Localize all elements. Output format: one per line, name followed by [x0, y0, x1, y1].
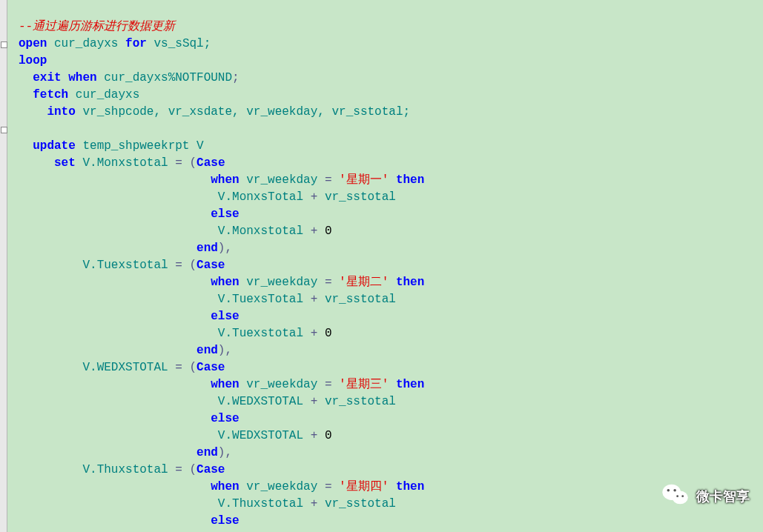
id-target-tue: V.Tuexstotal [82, 259, 168, 272]
kw-exit: exit [33, 71, 61, 84]
kw-end: end [196, 446, 218, 459]
kw-set: set [54, 156, 76, 170]
paren-open: ( [189, 156, 196, 170]
semicolon: ; [232, 71, 240, 84]
id-weekday: vr_weekday [246, 480, 317, 493]
id-target-thu: V.Thuxstotal [82, 463, 168, 476]
code-gutter [0, 0, 7, 532]
id-table: temp_shpweekrpt V [82, 139, 203, 153]
kw-when: when [211, 276, 239, 289]
op-eq: = [168, 259, 190, 272]
num-zero: 0 [325, 225, 332, 238]
kw-when: when [211, 378, 239, 391]
svg-point-2 [667, 489, 670, 492]
kw-else: else [211, 412, 239, 425]
paren-open: ( [189, 259, 196, 272]
id-total: V.TuexsTotal [218, 293, 303, 306]
kw-open: open [19, 37, 47, 50]
op-eq: = [317, 378, 339, 391]
kw-when: when [211, 480, 239, 493]
paren-close-comma: ), [218, 242, 232, 255]
id-sstotal: vr_sstotal [325, 497, 396, 511]
op-plus: + [303, 429, 325, 442]
op-plus: + [303, 497, 325, 511]
id-sstotal: vr_sstotal [325, 293, 396, 306]
str-day-thu: '星期四' [339, 480, 389, 493]
kw-case: Case [196, 361, 225, 374]
id-weekday: vr_weekday [246, 276, 317, 289]
kw-end: end [196, 344, 218, 357]
svg-point-5 [681, 495, 684, 497]
op-plus: + [303, 225, 325, 238]
id-notfound: cur_dayxs%NOTFOUND [104, 71, 232, 84]
id-total: V.Thuxstotal [218, 497, 303, 511]
kw-else: else [211, 207, 239, 221]
num-zero: 0 [325, 429, 332, 442]
paren-open: ( [189, 463, 196, 476]
kw-loop: loop [19, 54, 47, 67]
code-comment: --通过遍历游标进行数据更新 [19, 20, 175, 33]
kw-when: when [68, 71, 96, 84]
id-sstotal: vr_sstotal [325, 190, 396, 204]
id-intolist: vr_shpcode, vr_xsdate, vr_weekday, vr_ss… [82, 105, 410, 119]
fold-marker[interactable] [1, 41, 7, 48]
kw-then: then [396, 173, 424, 187]
kw-fetch: fetch [33, 88, 68, 102]
id-total: V.WEDXSTOTAL [218, 429, 303, 442]
kw-else: else [211, 310, 239, 323]
op-eq: = [317, 173, 339, 187]
op-plus: + [303, 395, 325, 408]
op-eq: = [168, 463, 190, 476]
id-total: V.MonxsTotal [218, 190, 303, 204]
id-weekday: vr_weekday [246, 378, 317, 391]
id-cursor: cur_dayxs [76, 88, 139, 102]
id-sstotal: vr_sstotal [325, 395, 396, 408]
kw-when: when [211, 173, 239, 187]
code-content: --通过遍历游标进行数据更新 open cur_dayxs for vs_sSq… [7, 1, 763, 532]
kw-case: Case [196, 463, 225, 476]
id-total: V.Monxstotal [218, 225, 303, 238]
id-weekday: vr_weekday [246, 173, 317, 187]
id-sqlvar: vs_sSql; [153, 37, 211, 50]
svg-point-4 [676, 495, 678, 497]
op-eq: = [317, 480, 339, 493]
watermark: 微卡智享 [662, 483, 750, 510]
fold-marker[interactable] [1, 127, 7, 133]
str-day-wed: '星期三' [339, 378, 389, 391]
op-plus: + [303, 293, 325, 306]
paren-close-comma: ), [218, 344, 232, 357]
str-day-mon: '星期一' [339, 173, 389, 187]
kw-case: Case [196, 156, 225, 170]
watermark-text: 微卡智享 [696, 488, 750, 505]
svg-point-3 [673, 489, 676, 492]
id-total: V.Tuexstotal [218, 327, 303, 340]
kw-then: then [396, 378, 424, 391]
op-plus: + [303, 190, 325, 204]
kw-else: else [211, 514, 239, 528]
kw-then: then [396, 276, 424, 289]
id-target-wed: V.WEDXSTOTAL [82, 361, 168, 374]
kw-end: end [196, 242, 218, 255]
paren-open: ( [189, 361, 196, 374]
op-eq: = [168, 156, 190, 170]
kw-into: into [47, 105, 75, 119]
id-total: V.WEDXSTOTAL [218, 395, 303, 408]
kw-update: update [33, 139, 76, 153]
id-cursor: cur_dayxs [54, 37, 118, 50]
kw-for: for [125, 37, 147, 50]
op-plus: + [303, 327, 325, 340]
kw-case: Case [196, 259, 225, 272]
wechat-icon [662, 483, 689, 510]
num-zero: 0 [325, 327, 332, 340]
svg-point-1 [673, 491, 688, 505]
op-eq: = [317, 276, 339, 289]
paren-close-comma: ), [218, 446, 232, 459]
kw-then: then [396, 480, 424, 493]
op-eq: = [168, 361, 190, 374]
id-target-mon: V.Monxstotal [82, 156, 168, 170]
str-day-tue: '星期二' [339, 276, 389, 289]
